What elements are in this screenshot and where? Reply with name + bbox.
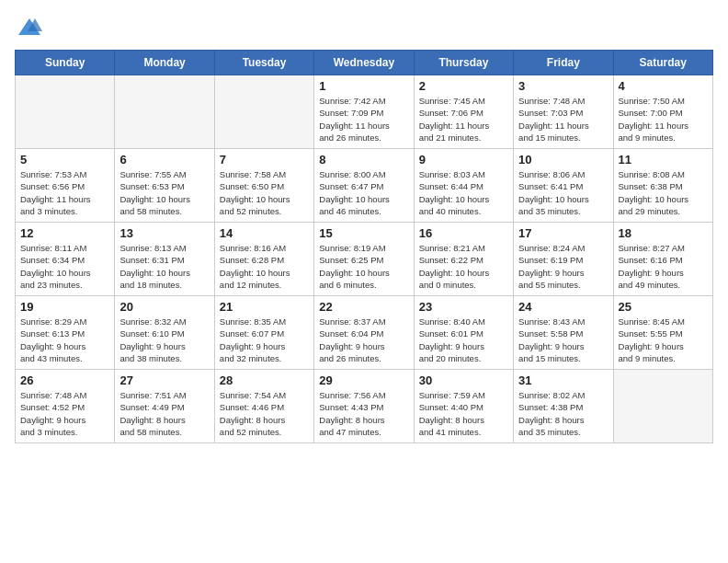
day-info: Sunrise: 8:27 AM Sunset: 6:16 PM Dayligh… bbox=[619, 242, 708, 291]
day-number: 3 bbox=[518, 79, 608, 93]
day-info: Sunrise: 8:03 AM Sunset: 6:44 PM Dayligh… bbox=[419, 168, 508, 217]
day-info: Sunrise: 7:55 AM Sunset: 6:53 PM Dayligh… bbox=[119, 168, 209, 217]
calendar-cell: 23Sunrise: 8:40 AM Sunset: 6:01 PM Dayli… bbox=[414, 296, 513, 370]
day-number: 22 bbox=[319, 300, 408, 314]
day-number: 12 bbox=[20, 226, 109, 240]
calendar-cell: 9Sunrise: 8:03 AM Sunset: 6:44 PM Daylig… bbox=[414, 149, 513, 223]
day-info: Sunrise: 8:43 AM Sunset: 5:58 PM Dayligh… bbox=[518, 316, 608, 364]
calendar-cell: 31Sunrise: 8:02 AM Sunset: 4:38 PM Dayli… bbox=[514, 370, 613, 443]
calendar-day-header: Thursday bbox=[414, 51, 513, 75]
day-number: 30 bbox=[419, 373, 508, 387]
calendar-cell: 5Sunrise: 7:53 AM Sunset: 6:56 PM Daylig… bbox=[16, 149, 115, 223]
calendar-cell: 17Sunrise: 8:24 AM Sunset: 6:19 PM Dayli… bbox=[514, 223, 613, 296]
day-number: 20 bbox=[119, 300, 209, 314]
day-info: Sunrise: 7:56 AM Sunset: 4:43 PM Dayligh… bbox=[319, 389, 408, 438]
day-number: 24 bbox=[518, 300, 608, 314]
day-number: 5 bbox=[20, 153, 109, 167]
day-info: Sunrise: 8:35 AM Sunset: 6:07 PM Dayligh… bbox=[220, 316, 309, 364]
calendar-week-row: 1Sunrise: 7:42 AM Sunset: 7:09 PM Daylig… bbox=[16, 75, 713, 149]
calendar-cell: 16Sunrise: 8:21 AM Sunset: 6:22 PM Dayli… bbox=[414, 223, 513, 296]
day-info: Sunrise: 8:00 AM Sunset: 6:47 PM Dayligh… bbox=[319, 168, 408, 217]
day-info: Sunrise: 7:42 AM Sunset: 7:09 PM Dayligh… bbox=[319, 95, 408, 144]
day-info: Sunrise: 7:58 AM Sunset: 6:50 PM Dayligh… bbox=[220, 168, 309, 217]
calendar-body: 1Sunrise: 7:42 AM Sunset: 7:09 PM Daylig… bbox=[16, 75, 713, 443]
day-number: 25 bbox=[619, 300, 708, 314]
day-number: 31 bbox=[518, 373, 608, 387]
day-info: Sunrise: 7:48 AM Sunset: 7:03 PM Dayligh… bbox=[518, 95, 608, 144]
calendar-week-row: 12Sunrise: 8:11 AM Sunset: 6:34 PM Dayli… bbox=[16, 223, 713, 296]
day-number: 23 bbox=[419, 300, 508, 314]
calendar-week-row: 26Sunrise: 7:48 AM Sunset: 4:52 PM Dayli… bbox=[16, 370, 713, 443]
day-info: Sunrise: 8:08 AM Sunset: 6:38 PM Dayligh… bbox=[619, 168, 708, 217]
calendar-cell: 27Sunrise: 7:51 AM Sunset: 4:49 PM Dayli… bbox=[115, 370, 214, 443]
calendar-day-header: Sunday bbox=[16, 51, 115, 75]
calendar-day-header: Monday bbox=[115, 51, 214, 75]
day-number: 14 bbox=[220, 226, 309, 240]
calendar-cell: 14Sunrise: 8:16 AM Sunset: 6:28 PM Dayli… bbox=[214, 223, 313, 296]
calendar-day-header: Saturday bbox=[613, 51, 712, 75]
day-number: 21 bbox=[220, 300, 309, 314]
day-number: 18 bbox=[619, 226, 708, 240]
calendar-cell: 26Sunrise: 7:48 AM Sunset: 4:52 PM Dayli… bbox=[16, 370, 115, 443]
calendar-cell: 10Sunrise: 8:06 AM Sunset: 6:41 PM Dayli… bbox=[514, 149, 613, 223]
calendar-cell: 3Sunrise: 7:48 AM Sunset: 7:03 PM Daylig… bbox=[514, 75, 613, 149]
calendar-cell: 21Sunrise: 8:35 AM Sunset: 6:07 PM Dayli… bbox=[214, 296, 313, 370]
day-number: 13 bbox=[119, 226, 209, 240]
page-header bbox=[15, 15, 713, 40]
calendar-cell: 19Sunrise: 8:29 AM Sunset: 6:13 PM Dayli… bbox=[16, 296, 115, 370]
day-number: 4 bbox=[619, 79, 708, 93]
day-number: 6 bbox=[119, 153, 209, 167]
calendar-cell: 25Sunrise: 8:45 AM Sunset: 5:55 PM Dayli… bbox=[613, 296, 712, 370]
day-number: 9 bbox=[419, 153, 508, 167]
calendar-cell: 4Sunrise: 7:50 AM Sunset: 7:00 PM Daylig… bbox=[613, 75, 712, 149]
calendar-cell: 22Sunrise: 8:37 AM Sunset: 6:04 PM Dayli… bbox=[314, 296, 414, 370]
day-number: 1 bbox=[319, 79, 408, 93]
day-info: Sunrise: 8:29 AM Sunset: 6:13 PM Dayligh… bbox=[20, 316, 109, 364]
calendar-cell: 30Sunrise: 7:59 AM Sunset: 4:40 PM Dayli… bbox=[414, 370, 513, 443]
calendar-cell: 28Sunrise: 7:54 AM Sunset: 4:46 PM Dayli… bbox=[214, 370, 313, 443]
calendar-cell: 15Sunrise: 8:19 AM Sunset: 6:25 PM Dayli… bbox=[314, 223, 414, 296]
calendar-cell: 2Sunrise: 7:45 AM Sunset: 7:06 PM Daylig… bbox=[414, 75, 513, 149]
calendar-day-header: Friday bbox=[514, 51, 613, 75]
day-info: Sunrise: 8:37 AM Sunset: 6:04 PM Dayligh… bbox=[319, 316, 408, 364]
day-number: 27 bbox=[119, 373, 209, 387]
day-number: 10 bbox=[518, 153, 608, 167]
day-number: 11 bbox=[619, 153, 708, 167]
calendar-day-header: Tuesday bbox=[214, 51, 313, 75]
day-info: Sunrise: 8:13 AM Sunset: 6:31 PM Dayligh… bbox=[119, 242, 209, 291]
calendar-table: SundayMondayTuesdayWednesdayThursdayFrid… bbox=[15, 50, 713, 443]
day-info: Sunrise: 8:16 AM Sunset: 6:28 PM Dayligh… bbox=[220, 242, 309, 291]
calendar-cell: 6Sunrise: 7:55 AM Sunset: 6:53 PM Daylig… bbox=[115, 149, 214, 223]
day-info: Sunrise: 7:53 AM Sunset: 6:56 PM Dayligh… bbox=[20, 168, 109, 217]
calendar-cell: 29Sunrise: 7:56 AM Sunset: 4:43 PM Dayli… bbox=[314, 370, 414, 443]
day-number: 29 bbox=[319, 373, 408, 387]
calendar-header-row: SundayMondayTuesdayWednesdayThursdayFrid… bbox=[16, 51, 713, 75]
day-number: 8 bbox=[319, 153, 408, 167]
calendar-cell bbox=[115, 75, 214, 149]
day-info: Sunrise: 7:48 AM Sunset: 4:52 PM Dayligh… bbox=[20, 389, 109, 438]
calendar-cell: 20Sunrise: 8:32 AM Sunset: 6:10 PM Dayli… bbox=[115, 296, 214, 370]
calendar-cell bbox=[214, 75, 313, 149]
day-number: 16 bbox=[419, 226, 508, 240]
day-number: 28 bbox=[220, 373, 309, 387]
day-info: Sunrise: 8:32 AM Sunset: 6:10 PM Dayligh… bbox=[119, 316, 209, 364]
calendar-cell: 12Sunrise: 8:11 AM Sunset: 6:34 PM Dayli… bbox=[16, 223, 115, 296]
calendar-week-row: 19Sunrise: 8:29 AM Sunset: 6:13 PM Dayli… bbox=[16, 296, 713, 370]
day-number: 19 bbox=[20, 300, 109, 314]
calendar-day-header: Wednesday bbox=[314, 51, 414, 75]
calendar-cell bbox=[613, 370, 712, 443]
calendar-cell: 13Sunrise: 8:13 AM Sunset: 6:31 PM Dayli… bbox=[115, 223, 214, 296]
day-info: Sunrise: 7:54 AM Sunset: 4:46 PM Dayligh… bbox=[220, 389, 309, 438]
logo-icon bbox=[17, 15, 42, 40]
day-info: Sunrise: 7:45 AM Sunset: 7:06 PM Dayligh… bbox=[419, 95, 508, 144]
day-info: Sunrise: 8:02 AM Sunset: 4:38 PM Dayligh… bbox=[518, 389, 608, 438]
day-info: Sunrise: 8:45 AM Sunset: 5:55 PM Dayligh… bbox=[619, 316, 708, 364]
calendar-cell: 24Sunrise: 8:43 AM Sunset: 5:58 PM Dayli… bbox=[514, 296, 613, 370]
day-info: Sunrise: 8:19 AM Sunset: 6:25 PM Dayligh… bbox=[319, 242, 408, 291]
day-info: Sunrise: 8:24 AM Sunset: 6:19 PM Dayligh… bbox=[518, 242, 608, 291]
calendar-cell: 18Sunrise: 8:27 AM Sunset: 6:16 PM Dayli… bbox=[613, 223, 712, 296]
day-info: Sunrise: 8:11 AM Sunset: 6:34 PM Dayligh… bbox=[20, 242, 109, 291]
calendar-cell: 8Sunrise: 8:00 AM Sunset: 6:47 PM Daylig… bbox=[314, 149, 414, 223]
day-number: 17 bbox=[518, 226, 608, 240]
calendar-cell: 7Sunrise: 7:58 AM Sunset: 6:50 PM Daylig… bbox=[214, 149, 313, 223]
